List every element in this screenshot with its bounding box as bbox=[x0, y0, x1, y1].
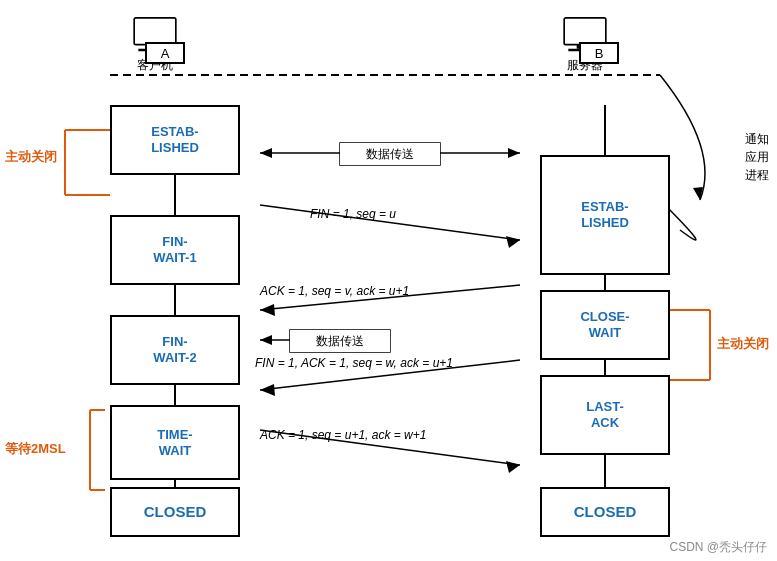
state-estab-server: ESTAB-LISHED bbox=[540, 155, 670, 275]
data-transfer-label: 数据传送 bbox=[340, 143, 440, 165]
state-fin-wait-2: FIN-WAIT-2 bbox=[110, 315, 240, 385]
wait-2msl: 等待2MSL bbox=[5, 440, 66, 458]
svg-marker-12 bbox=[260, 335, 272, 345]
notify-label: 通知应用进程 bbox=[745, 130, 769, 184]
svg-marker-15 bbox=[260, 384, 275, 396]
svg-marker-10 bbox=[260, 304, 275, 316]
state-time-wait: TIME-WAIT bbox=[110, 405, 240, 480]
svg-rect-28 bbox=[134, 18, 176, 45]
state-estab-client: ESTAB-LISHED bbox=[110, 105, 240, 175]
ack2-label: ACK = 1, seq = u+1, ack = w+1 bbox=[260, 428, 426, 442]
state-close-wait: CLOSE-WAIT bbox=[540, 290, 670, 360]
watermark: CSDN @秃头仔仔 bbox=[669, 539, 767, 556]
diagram-container: 客户机 A 服务器 B 通知应用进程 ESTAB-LISHED FIN-WAIT… bbox=[0, 0, 777, 561]
active-close-right: 主动关闭 bbox=[717, 335, 769, 353]
data-transfer2-label: 数据传送 bbox=[290, 330, 390, 352]
svg-rect-31 bbox=[564, 18, 606, 45]
svg-marker-17 bbox=[506, 461, 520, 473]
fin2-label: FIN = 1, ACK = 1, seq = w, ack = u+1 bbox=[255, 356, 453, 370]
ack1-label: ACK = 1, seq = v, ack = u+1 bbox=[260, 284, 409, 298]
state-closed-server: CLOSED bbox=[540, 487, 670, 537]
svg-marker-4 bbox=[260, 148, 272, 158]
state-last-ack: LAST-ACK bbox=[540, 375, 670, 455]
state-closed-client: CLOSED bbox=[110, 487, 240, 537]
node-b-box: B bbox=[579, 42, 619, 64]
state-fin-wait-1: FIN-WAIT-1 bbox=[110, 215, 240, 285]
fin1-label: FIN = 1, seq = u bbox=[310, 207, 396, 221]
svg-marker-5 bbox=[508, 148, 520, 158]
svg-marker-18 bbox=[693, 187, 703, 200]
svg-marker-8 bbox=[506, 236, 520, 248]
active-close-left: 主动关闭 bbox=[5, 148, 57, 166]
node-a-box: A bbox=[145, 42, 185, 64]
